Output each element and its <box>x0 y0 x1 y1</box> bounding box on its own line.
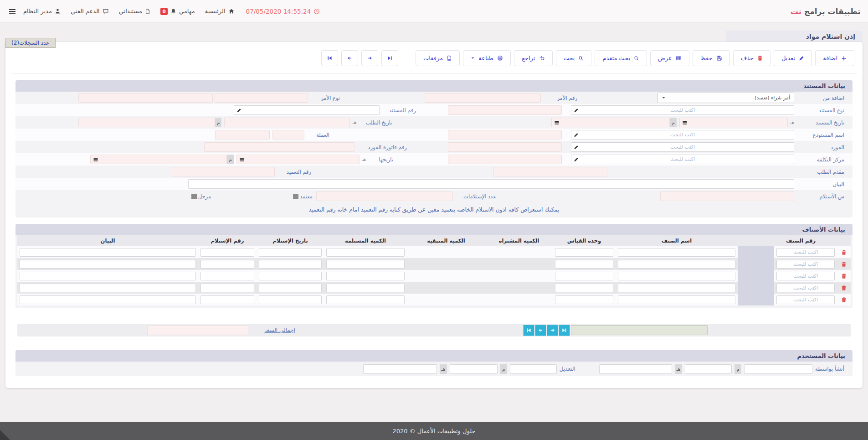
posted-checkbox[interactable] <box>191 194 197 199</box>
receipt-no-input[interactable] <box>200 248 254 257</box>
pager-next-button[interactable] <box>547 325 558 336</box>
nav-next-record-button[interactable] <box>361 50 378 66</box>
approval-no-input[interactable] <box>172 167 275 176</box>
nav-last-record-button[interactable] <box>381 50 398 66</box>
invoice-date-greg-input[interactable] <box>90 155 227 164</box>
order-type-input[interactable] <box>215 93 308 103</box>
uom-input[interactable] <box>555 284 613 292</box>
created-by-input[interactable] <box>744 364 812 374</box>
nav-item-admin[interactable]: مدير النظام <box>18 8 66 15</box>
statement-input[interactable] <box>188 179 794 189</box>
view-button[interactable]: عرض <box>650 50 689 66</box>
add-button[interactable]: اضافة <box>815 50 854 66</box>
requester-input[interactable] <box>493 167 607 176</box>
receipt-serial-input[interactable] <box>660 192 794 201</box>
item-name-input[interactable] <box>618 260 735 269</box>
receipt-no-input[interactable] <box>200 272 254 280</box>
delete-row-icon[interactable] <box>837 282 851 294</box>
row-statement-input[interactable] <box>20 284 196 292</box>
uom-input[interactable] <box>555 248 613 257</box>
qty-received-input[interactable] <box>326 272 405 280</box>
nav-item-documents[interactable]: مستنداتي <box>114 8 155 15</box>
item-no-search-input[interactable] <box>776 272 835 280</box>
order-type-name-input[interactable] <box>78 93 213 103</box>
pager-last-button[interactable] <box>559 325 570 336</box>
menu-hamburger-icon[interactable] <box>7 8 18 15</box>
created-date-greg-input[interactable] <box>685 364 732 374</box>
supplier-invoice-no-input[interactable] <box>204 142 354 152</box>
qty-received-input[interactable] <box>326 284 405 292</box>
warehouse-search-input[interactable] <box>571 130 794 140</box>
receipt-date-input[interactable] <box>259 248 322 257</box>
nav-item-home[interactable]: الرئيسية <box>200 8 240 15</box>
delete-row-icon[interactable] <box>837 246 851 258</box>
row-statement-input[interactable] <box>20 272 196 280</box>
invoice-date-hijri-input[interactable] <box>236 155 360 164</box>
qty-received-input[interactable] <box>326 248 405 257</box>
item-no-search-input[interactable] <box>776 248 835 257</box>
advanced-search-button[interactable]: بحث متقدم <box>595 50 647 66</box>
nav-first-record-button[interactable] <box>321 50 338 66</box>
receipt-no-input[interactable] <box>200 260 254 269</box>
approved-checkbox[interactable] <box>293 194 298 199</box>
receipt-no-input[interactable] <box>200 284 254 292</box>
edit-button[interactable]: تعديل <box>774 50 812 66</box>
row-statement-input[interactable] <box>20 260 196 269</box>
undo-button[interactable]: تراجع <box>514 50 552 66</box>
supplier-search-input[interactable] <box>571 142 794 152</box>
print-button[interactable]: طباعة <box>463 50 511 66</box>
order-no-input[interactable] <box>425 93 541 103</box>
qty-received-input[interactable] <box>326 295 405 304</box>
nav-item-support[interactable]: الدعم الفني <box>66 8 114 15</box>
supplier-code-input[interactable] <box>448 142 562 152</box>
item-no-search-input[interactable] <box>776 260 835 269</box>
item-no-search-input[interactable] <box>776 284 835 292</box>
row-statement-input[interactable] <box>20 295 196 304</box>
save-button[interactable]: حفظ <box>693 50 730 66</box>
delete-row-icon[interactable] <box>837 258 851 270</box>
uom-input[interactable] <box>555 295 613 304</box>
receipt-date-input[interactable] <box>259 260 322 269</box>
item-name-input[interactable] <box>618 248 735 257</box>
doc-type-code-input[interactable] <box>448 105 562 115</box>
row-statement-input[interactable] <box>20 248 196 257</box>
request-date-greg-input[interactable] <box>78 118 215 127</box>
receipt-date-input[interactable] <box>259 284 322 292</box>
currency-name-input[interactable] <box>215 130 270 140</box>
item-name-input[interactable] <box>618 284 735 292</box>
pager-first-button[interactable] <box>523 325 534 336</box>
item-name-input[interactable] <box>618 295 735 304</box>
doc-type-search-input[interactable] <box>571 105 794 115</box>
modified-date-hijri-input[interactable] <box>363 364 437 374</box>
created-date-hijri-input[interactable] <box>599 364 672 374</box>
cost-center-code-input[interactable] <box>448 155 562 164</box>
doc-no-input[interactable] <box>234 105 380 115</box>
receipt-no-input[interactable] <box>200 295 254 304</box>
search-button[interactable]: بحث <box>556 50 592 66</box>
receipts-count-input[interactable] <box>316 192 453 201</box>
delete-row-icon[interactable] <box>837 270 851 282</box>
receipt-date-input[interactable] <box>259 272 322 280</box>
qty-received-input[interactable] <box>326 260 405 269</box>
warehouse-code-input[interactable] <box>448 130 562 140</box>
receipt-date-input[interactable] <box>259 295 322 304</box>
add-from-select[interactable]: أمر شراء (تعميد) <box>657 93 794 103</box>
doc-date-hijri-input[interactable] <box>679 118 788 127</box>
uom-input[interactable] <box>555 272 613 280</box>
modified-date-greg-input[interactable] <box>450 364 498 374</box>
total-price-input[interactable] <box>147 326 248 335</box>
attachments-button[interactable]: مرفقات <box>416 50 460 66</box>
item-name-input[interactable] <box>618 272 735 280</box>
cost-center-search-input[interactable] <box>571 155 794 164</box>
delete-button[interactable]: حذف <box>733 50 770 66</box>
request-date-hijri-input[interactable] <box>224 118 350 127</box>
currency-code-input[interactable] <box>272 130 304 140</box>
delete-row-icon[interactable] <box>837 294 851 305</box>
item-no-search-input[interactable] <box>776 295 835 304</box>
pager-prev-button[interactable] <box>535 325 546 336</box>
doc-date-greg-input[interactable] <box>551 118 670 127</box>
nav-prev-record-button[interactable] <box>341 50 358 66</box>
modified-by-input[interactable] <box>510 364 557 374</box>
nav-item-tasks[interactable]: مهامي 0 <box>155 8 200 15</box>
uom-input[interactable] <box>555 260 613 269</box>
